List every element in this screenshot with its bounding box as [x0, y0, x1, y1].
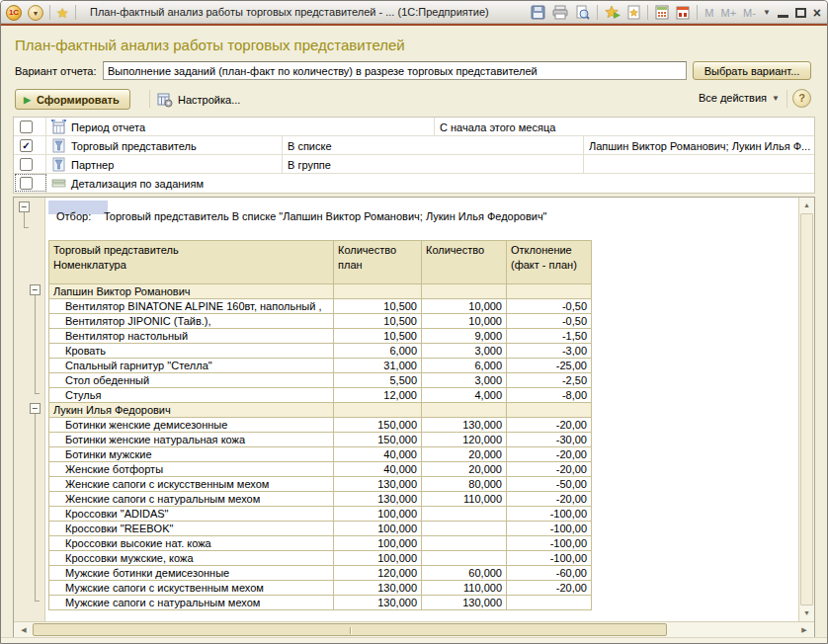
cell[interactable]: -100,00 [507, 536, 592, 551]
cell-name[interactable]: Мужские ботинки демисезонные [49, 566, 334, 581]
cell[interactable]: -1,50 [507, 329, 592, 344]
cell-name[interactable]: Женские сапоги с искусственным мехом [49, 477, 334, 492]
cell[interactable]: -25,00 [507, 359, 592, 373]
cell-name[interactable]: Ботинки мужские [49, 447, 334, 462]
setting-row-task-detail[interactable]: Детализация по заданиям [14, 174, 814, 193]
title-bar[interactable]: 1С ▼ ★ План-фактный анализ работы торгов… [1, 1, 827, 24]
cell[interactable] [422, 403, 507, 418]
cell-name[interactable]: Кровать [49, 344, 334, 359]
vertical-scrollbar[interactable]: ▲ ▼ [798, 198, 814, 621]
table-row[interactable]: Спальный гарнитур "Стелла" 31,000 6,000 … [49, 359, 592, 373]
cell[interactable] [422, 284, 507, 299]
selection-label[interactable]: Отбор: [56, 210, 91, 222]
cell[interactable]: -20,00 [507, 447, 592, 462]
print-preview-icon[interactable] [575, 5, 590, 20]
cell[interactable]: 130,000 [422, 418, 507, 433]
cell[interactable]: 100,000 [334, 507, 422, 522]
cell[interactable]: -0,50 [507, 299, 592, 314]
cell-name[interactable]: Кроссовки "ADIDAS" [49, 507, 334, 522]
cell[interactable] [422, 551, 507, 566]
cell-name[interactable]: Вентилятор настольный [49, 329, 334, 344]
cell[interactable]: 130,000 [334, 581, 422, 596]
table-row[interactable]: Ботинки мужские 40,000 20,000 -20,00 [49, 447, 592, 462]
cell-group-name[interactable]: Лапшин Виктор Романович [49, 284, 334, 299]
maximize-button[interactable] [795, 8, 806, 18]
cell[interactable]: -8,00 [507, 388, 592, 403]
sales-rep-checkbox[interactable]: ✓ [20, 139, 33, 152]
cell-name[interactable]: Ботинки женские демисезонные [49, 418, 334, 433]
cell[interactable]: 10,000 [422, 299, 507, 314]
cell[interactable] [334, 284, 422, 299]
save-icon[interactable] [531, 5, 545, 20]
report-variant-input[interactable] [103, 61, 687, 80]
cell-group-name[interactable]: Лукин Илья Федорович [49, 403, 334, 418]
cell[interactable]: -100,00 [507, 522, 592, 536]
cell[interactable]: 10,500 [334, 314, 422, 329]
cell[interactable]: 110,000 [422, 492, 507, 507]
cell[interactable]: 130,000 [422, 596, 507, 610]
cell-name[interactable]: Спальный гарнитур "Стелла" [49, 359, 334, 373]
scroll-up-icon[interactable]: ▲ [799, 198, 814, 213]
cell[interactable] [507, 596, 592, 610]
cell[interactable]: -100,00 [507, 551, 592, 566]
collapse-group-button[interactable]: − [19, 201, 30, 212]
cell[interactable]: -50,00 [507, 477, 592, 492]
cell[interactable]: -60,00 [507, 566, 592, 581]
cell[interactable]: 100,000 [334, 551, 422, 566]
table-row[interactable]: Стулья 12,000 4,000 -8,00 [49, 388, 592, 403]
period-checkbox[interactable] [20, 121, 33, 133]
table-row[interactable]: Мужские сапоги с искуственным мехом 130,… [49, 581, 592, 596]
cell[interactable]: 150,000 [334, 418, 422, 433]
cell[interactable]: -20,00 [507, 418, 592, 433]
scroll-left-icon[interactable]: ◀ [16, 622, 32, 637]
cell-name[interactable]: Мужские сапоги с искуственным мехом [49, 581, 334, 596]
cell[interactable]: 10,500 [334, 329, 422, 344]
choose-variant-button[interactable]: Выбрать вариант... [693, 61, 811, 80]
cell[interactable] [507, 403, 592, 418]
scroll-right-icon[interactable]: ▶ [796, 622, 812, 637]
favorites-page-icon[interactable] [627, 5, 640, 20]
cell[interactable]: 40,000 [334, 462, 422, 477]
column-header-deviation[interactable]: Отклонение(факт - план) [507, 241, 592, 284]
column-header-name[interactable]: Торговый представительНоменклатура [49, 241, 334, 284]
cell[interactable]: 120,000 [422, 433, 507, 447]
generate-button[interactable]: ▶ Сформировать [15, 89, 130, 110]
calculator-icon[interactable] [655, 5, 669, 20]
memory-m-minus-button[interactable]: M- [743, 7, 756, 19]
table-row[interactable]: Стол обеденный 5,500 3,000 -2,50 [49, 373, 592, 388]
cell-name[interactable]: Кроссовки мужские, кожа [49, 551, 334, 566]
table-row[interactable]: Мужские сапоги с натуральным мехом 130,0… [49, 596, 592, 610]
cell[interactable]: 6,000 [422, 359, 507, 373]
task-detail-checkbox[interactable] [20, 177, 33, 190]
table-row[interactable]: Кроссовки "REEBOK" 100,000 -100,00 [49, 522, 592, 536]
memory-m-button[interactable]: M [704, 7, 713, 19]
cell[interactable]: 10,500 [334, 299, 422, 314]
vertical-scrollbar-thumb[interactable] [800, 213, 813, 605]
horizontal-scrollbar[interactable]: ◀ ▶ [14, 621, 814, 637]
cell[interactable] [422, 536, 507, 551]
table-row[interactable]: Женские ботфорты 40,000 20,000 -20,00 [49, 462, 592, 477]
minimize-button[interactable] [778, 8, 788, 18]
table-row[interactable]: Кроссовки высокие нат. кожа 100,000 -100… [49, 536, 592, 551]
cell[interactable]: 10,000 [422, 314, 507, 329]
toolbar-overflow-arrow-icon[interactable]: ▼ [763, 8, 771, 17]
cell[interactable] [334, 403, 422, 418]
cell-name[interactable]: Кроссовки высокие нат. кожа [49, 536, 334, 551]
help-button[interactable]: ? [792, 89, 811, 108]
print-icon[interactable] [552, 5, 568, 20]
cell[interactable]: 100,000 [334, 522, 422, 536]
horizontal-scrollbar-thumb[interactable] [33, 623, 667, 636]
cell[interactable]: -0,50 [507, 314, 592, 329]
collapse-group-button[interactable]: − [30, 284, 41, 295]
cell-name[interactable]: Ботинки женские натуральная кожа [49, 433, 334, 447]
table-row[interactable]: Вентилятор JIPONIC (Тайв.), 10,500 10,00… [49, 314, 592, 329]
cell[interactable]: 3,000 [422, 373, 507, 388]
cell[interactable]: -100,00 [507, 507, 592, 522]
cell[interactable] [422, 507, 507, 522]
cell[interactable]: 3,000 [422, 344, 507, 359]
cell[interactable]: 12,000 [334, 388, 422, 403]
cell[interactable]: -20,00 [507, 581, 592, 596]
cell[interactable]: 31,000 [334, 359, 422, 373]
setting-row-sales-rep[interactable]: ✓ Торговый представитель В списке Лапшин… [14, 136, 814, 155]
cell[interactable] [422, 522, 507, 536]
